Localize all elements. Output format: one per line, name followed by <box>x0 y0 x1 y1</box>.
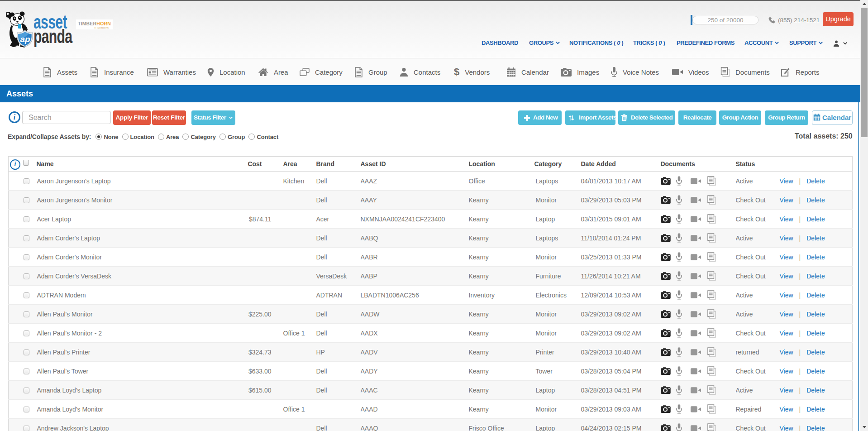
svg-text:ap: ap <box>20 34 30 44</box>
